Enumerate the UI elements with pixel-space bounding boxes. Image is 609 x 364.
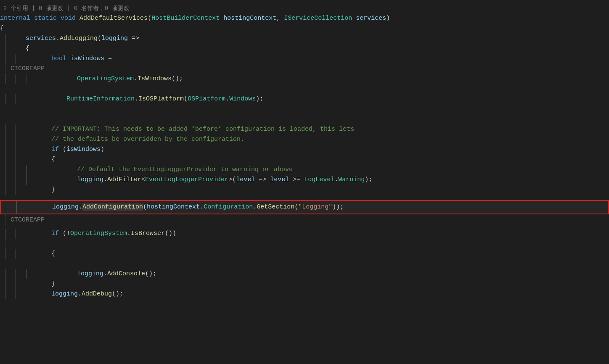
- code-line-5: bool isWindows =: [0, 54, 609, 64]
- code-line-15: }: [0, 279, 609, 289]
- code-line-16: logging.AddDebug();: [0, 289, 609, 299]
- code-line-comment-2: // the defaults be overridden by the con…: [0, 135, 609, 145]
- code-line-2: {: [0, 24, 609, 34]
- code-line-8: if (isWindows): [0, 145, 609, 155]
- code-line-blank-7: [0, 259, 609, 269]
- code-line-3: services.AddLogging(logging =>: [0, 34, 609, 44]
- code-line-1: internal static void AddDefaultServices(…: [0, 13, 609, 24]
- code-line-6: OperatingSystem.IsWindows();: [0, 74, 609, 84]
- code-line-14: logging.AddConsole();: [0, 269, 609, 279]
- code-line-10: logging.AddFilter<EventLogLoggerProvider…: [0, 175, 609, 185]
- meta-info: 2 个引用 | 0 项更改 | 0 名作者，0 项更改: [0, 0, 609, 13]
- code-line-blank-3: [0, 114, 609, 124]
- code-line-ctcoreapp-1: CTCOREAPP: [0, 64, 609, 74]
- code-line-9: {: [0, 155, 609, 165]
- code-line-13: {: [0, 249, 609, 259]
- code-line-comment-3: // Default the EventLogLoggerProvider to…: [0, 165, 609, 175]
- code-line-blank-4: [0, 195, 609, 199]
- code-line-4: {: [0, 44, 609, 54]
- code-line-7: RuntimeInformation.IsOSPlatform(OSPlatfo…: [0, 94, 609, 104]
- code-line-12: if (!OperatingSystem.IsBrowser()): [0, 229, 609, 239]
- ref-count: 2 个引用: [3, 5, 28, 12]
- code-line-blank-6: [0, 239, 609, 249]
- code-line-ctcoreapp-2: CTCOREAPP: [0, 215, 609, 225]
- highlighted-line: logging.AddConfiguration(hostingContext.…: [0, 200, 609, 214]
- code-line-blank-2: [0, 104, 609, 114]
- code-line-comment-1: // IMPORTANT: This needs to be added *be…: [0, 124, 609, 135]
- code-editor: 2 个引用 | 0 项更改 | 0 名作者，0 项更改 internal sta…: [0, 0, 609, 364]
- code-line-blank-1: [0, 84, 609, 94]
- code-line-blank-5: [0, 225, 609, 229]
- code-line-11: }: [0, 185, 609, 195]
